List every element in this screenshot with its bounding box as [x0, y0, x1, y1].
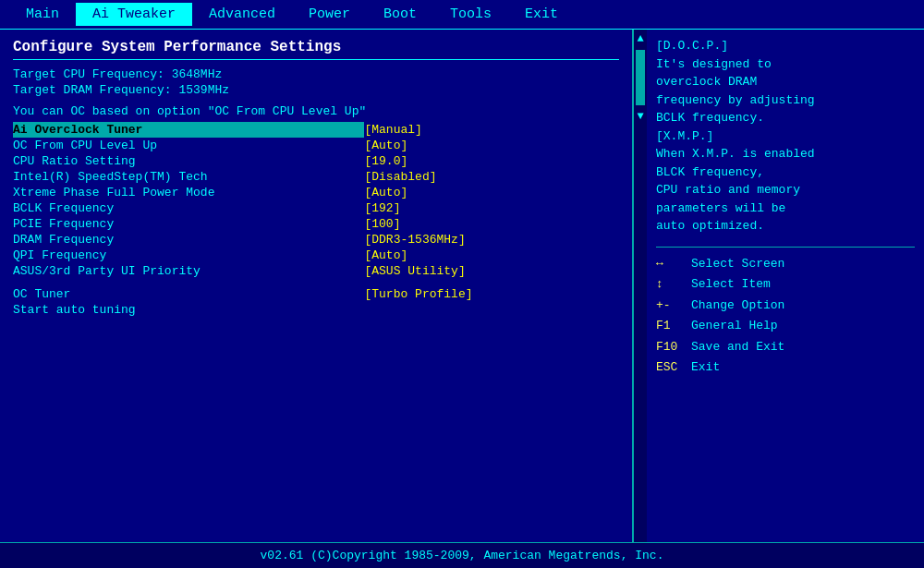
start-auto-tuning-label: Start auto tuning	[13, 302, 364, 318]
settings-row[interactable]: Intel(R) SpeedStep(TM) Tech[Disabled]	[13, 169, 619, 185]
desc-line: auto optimized.	[656, 217, 915, 236]
oc-tuner-label: OC Tuner	[13, 286, 364, 302]
settings-value: [Auto]	[364, 185, 619, 200]
settings-value: [Disabled]	[364, 169, 619, 185]
menu-item-ai-tweaker[interactable]: Ai Tweaker	[76, 3, 192, 26]
desc-line: When X.M.P. is enabled	[656, 145, 915, 163]
key-legend-rows: ↔Select Screen↕Select Item+-Change Optio…	[656, 255, 915, 377]
key-label: ESC	[656, 358, 691, 377]
scroll-up-arrow[interactable]: ▲	[637, 31, 643, 46]
settings-value: [Auto]	[364, 138, 619, 153]
settings-value: [19.0]	[364, 153, 619, 169]
settings-value: [100]	[364, 216, 619, 232]
key-label: F10	[656, 338, 691, 357]
settings-label: OC From CPU Level Up	[13, 138, 364, 153]
key-desc: Select Screen	[691, 255, 784, 273]
settings-label: Ai Overclock Tuner	[13, 122, 364, 138]
desc-line: [X.M.P.]	[656, 127, 915, 146]
settings-label: CPU Ratio Setting	[13, 153, 364, 169]
desc-line: BLCK frequency,	[656, 163, 915, 182]
settings-row[interactable]: PCIE Frequency[100]	[13, 216, 619, 232]
settings-row[interactable]: Ai Overclock Tuner[Manual]	[13, 122, 619, 138]
settings-value: [ASUS Utility]	[364, 263, 619, 279]
key-legend: ↔Select Screen↕Select Item+-Change Optio…	[656, 247, 915, 377]
status-bar: v02.61 (C)Copyright 1985-2009, American …	[0, 542, 924, 568]
key-legend-row: ↕Select Item	[656, 275, 915, 294]
key-legend-row: ESCExit	[656, 358, 915, 377]
settings-label: QPI Frequency	[13, 248, 364, 263]
key-label: F1	[656, 317, 691, 335]
key-desc: Exit	[691, 358, 720, 377]
settings-value: [192]	[364, 200, 619, 216]
scroll-thumb[interactable]	[636, 50, 645, 105]
key-label: ↕	[656, 275, 691, 294]
oc-note: You can OC based on option "OC From CPU …	[13, 104, 619, 118]
menu-item-main[interactable]: Main	[9, 3, 76, 26]
menu-item-advanced[interactable]: Advanced	[192, 3, 292, 26]
desc-line: overclock DRAM	[656, 73, 915, 91]
key-legend-row: F10Save and Exit	[656, 338, 915, 357]
settings-label: Xtreme Phase Full Power Mode	[13, 185, 364, 200]
oc-tuner-section: OC Tuner [Turbo Profile] Start auto tuni…	[13, 286, 619, 318]
settings-row[interactable]: ASUS/3rd Party UI Priority[ASUS Utility]	[13, 263, 619, 279]
settings-row[interactable]: CPU Ratio Setting[19.0]	[13, 153, 619, 169]
settings-table: Ai Overclock Tuner[Manual]OC From CPU Le…	[13, 122, 619, 279]
menu-item-exit[interactable]: Exit	[508, 3, 575, 26]
settings-label: BCLK Frequency	[13, 200, 364, 216]
key-legend-row: +-Change Option	[656, 296, 915, 315]
info-lines: Target CPU Frequency: 3648MHzTarget DRAM…	[13, 67, 619, 97]
settings-label: Intel(R) SpeedStep(TM) Tech	[13, 169, 364, 185]
key-desc: Select Item	[691, 275, 771, 294]
scrollbar[interactable]: ▲ ▼	[634, 30, 647, 542]
panel-title: Configure System Performance Settings	[13, 39, 619, 60]
menu-bar: MainAi TweakerAdvancedPowerBootToolsExit	[0, 0, 924, 30]
key-desc: Save and Exit	[691, 338, 784, 357]
start-auto-tuning-row[interactable]: Start auto tuning	[13, 302, 619, 318]
menu-item-tools[interactable]: Tools	[433, 3, 508, 26]
settings-row[interactable]: QPI Frequency[Auto]	[13, 248, 619, 263]
settings-label: DRAM Frequency	[13, 232, 364, 248]
info-line: Target DRAM Frequency: 1539MHz	[13, 83, 619, 97]
right-panel: [D.O.C.P.]It's designed tooverclock DRAM…	[647, 30, 924, 542]
main-content: Configure System Performance Settings Ta…	[0, 30, 924, 542]
menu-item-power[interactable]: Power	[292, 3, 367, 26]
info-line: Target CPU Frequency: 3648MHz	[13, 67, 619, 81]
settings-row[interactable]: OC From CPU Level Up[Auto]	[13, 138, 619, 153]
status-text: v02.61 (C)Copyright 1985-2009, American …	[261, 549, 664, 562]
key-desc: Change Option	[691, 296, 784, 315]
desc-line: CPU ratio and memory	[656, 181, 915, 199]
key-desc: General Help	[691, 317, 778, 335]
menu-item-boot[interactable]: Boot	[367, 3, 433, 26]
left-panel: Configure System Performance Settings Ta…	[0, 30, 634, 542]
desc-line: parameters will be	[656, 199, 915, 218]
key-label: +-	[656, 296, 691, 315]
left-scroll-container: Configure System Performance Settings Ta…	[0, 30, 647, 542]
key-legend-row: F1General Help	[656, 317, 915, 335]
settings-row[interactable]: BCLK Frequency[192]	[13, 200, 619, 216]
key-legend-row: ↔Select Screen	[656, 255, 915, 273]
settings-row[interactable]: Xtreme Phase Full Power Mode[Auto]	[13, 185, 619, 200]
scroll-down-arrow[interactable]: ▼	[637, 109, 643, 124]
settings-value: [Manual]	[364, 122, 619, 138]
oc-tuner-value: [Turbo Profile]	[364, 286, 619, 302]
desc-line: BCLK frequency.	[656, 109, 915, 127]
desc-line: It's designed to	[656, 55, 915, 74]
desc-line: [D.O.C.P.]	[656, 37, 915, 55]
oc-tuner-row[interactable]: OC Tuner [Turbo Profile]	[13, 286, 619, 302]
desc-block: [D.O.C.P.]It's designed tooverclock DRAM…	[656, 37, 915, 236]
settings-row[interactable]: DRAM Frequency[DDR3-1536MHz]	[13, 232, 619, 248]
settings-label: ASUS/3rd Party UI Priority	[13, 263, 364, 279]
settings-label: PCIE Frequency	[13, 216, 364, 232]
settings-value: [DDR3-1536MHz]	[364, 232, 619, 248]
settings-value: [Auto]	[364, 248, 619, 263]
desc-line: frequency by adjusting	[656, 91, 915, 110]
key-label: ↔	[656, 255, 691, 273]
